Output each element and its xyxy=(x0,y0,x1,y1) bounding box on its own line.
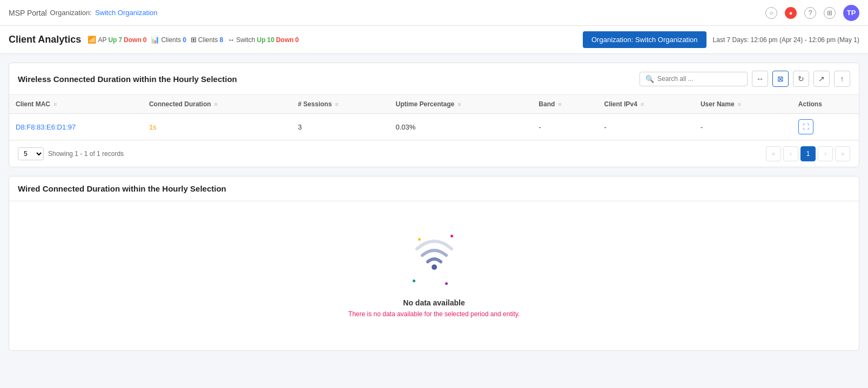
prev-page-button[interactable]: ‹ xyxy=(783,146,798,161)
switch-down-label: Down xyxy=(276,36,294,44)
switch-down-val: 0 xyxy=(295,36,299,44)
switch-org-link[interactable]: Switch Organization xyxy=(95,9,158,17)
notifications-icon[interactable]: ● xyxy=(785,7,797,19)
app-brand: MSP Portal xyxy=(9,9,47,17)
wifi-graphic xyxy=(402,234,467,288)
table-row: D8:F8:83:E6:D1:97 1s 3 0.03% - - - ⛶ xyxy=(9,114,859,140)
wireless-title: Wireless Connected Duration within the H… xyxy=(18,74,237,84)
settings-icon[interactable]: ⊞ xyxy=(824,7,836,19)
grid-icon: ⊞ xyxy=(191,36,197,44)
pagination-left: 5 10 25 50 Showing 1 - 1 of 1 records xyxy=(18,147,124,160)
date-range: Last 7 Days: 12:06 pm (Apr 24) - 12:06 p… xyxy=(713,36,859,44)
cell-band: - xyxy=(532,114,597,140)
main-content: Wireless Connected Duration within the H… xyxy=(0,54,868,368)
ap-down-val: 0 xyxy=(143,36,147,44)
wireless-table-head: Client MAC ≡ Connected Duration ≡ xyxy=(9,95,859,114)
ap-badge: 📶 AP Up 7 Down 0 xyxy=(88,36,146,44)
showing-text: Showing 1 - 1 of 1 records xyxy=(48,150,124,158)
page-size-select[interactable]: 5 10 25 50 xyxy=(18,147,44,160)
bar-icon: 📊 xyxy=(151,36,159,44)
decorative-dots xyxy=(402,234,467,288)
wireless-table-body: D8:F8:83:E6:D1:97 1s 3 0.03% - - - ⛶ xyxy=(9,114,859,140)
external-link-button[interactable]: ↗ xyxy=(813,71,830,87)
avatar[interactable]: TP xyxy=(843,5,859,21)
wired-title: Wired Connected Duration within the Hour… xyxy=(18,184,226,193)
switch-badge: ↔ Switch Up 10 Down 0 xyxy=(227,36,299,44)
cell-ipv4: - xyxy=(598,114,694,140)
sub-header-left: Client Analytics 📶 AP Up 7 Down 0 📊 Clie… xyxy=(9,34,299,45)
col-sessions: # Sessions ≡ xyxy=(292,95,389,114)
clients-val-1: 0 xyxy=(183,36,186,44)
dot-pink xyxy=(450,235,453,237)
no-data-subtitle: There is no data available for the selec… xyxy=(348,310,520,318)
no-data-title: No data available xyxy=(403,298,465,307)
clients-badge-1: 📊 Clients 0 xyxy=(151,36,186,44)
wireless-section-header: Wireless Connected Duration within the H… xyxy=(9,63,859,95)
top-nav: MSP Portal Organization: Switch Organiza… xyxy=(0,0,868,26)
switch-icon: ↔ xyxy=(227,36,234,44)
org-label: Organization: xyxy=(50,9,92,17)
col-uptime: Uptime Percentage ≡ xyxy=(389,95,532,114)
help-icon[interactable]: ? xyxy=(804,7,816,19)
expand-row-button[interactable]: ⛶ xyxy=(798,119,813,134)
nav-icons-area: ○ ● ? ⊞ TP xyxy=(765,5,859,21)
col-connected-duration: Connected Duration ≡ xyxy=(143,95,292,114)
org-switch-button[interactable]: Organization: Switch Organization xyxy=(583,31,706,48)
dot-yellow xyxy=(418,238,421,241)
sort-uptime[interactable]: ≡ xyxy=(457,101,461,107)
sub-header-right: Organization: Switch Organization Last 7… xyxy=(583,31,859,48)
wifi-icon: 📶 xyxy=(88,36,96,44)
sort-sessions[interactable]: ≡ xyxy=(335,101,338,107)
clients-label-1: Clients xyxy=(161,36,181,44)
upload-button[interactable]: ↑ xyxy=(834,71,850,87)
switch-up-label: Up xyxy=(257,36,266,44)
sort-client-mac[interactable]: ≡ xyxy=(53,101,57,107)
sort-connected-duration[interactable]: ≡ xyxy=(214,101,218,107)
dot-purple xyxy=(445,282,448,285)
col-actions: Actions xyxy=(792,95,859,114)
cell-connected-duration: 1s xyxy=(143,114,292,140)
dot-teal xyxy=(413,280,415,282)
page-title: Client Analytics xyxy=(9,34,81,45)
cell-actions: ⛶ xyxy=(792,114,859,140)
sort-band[interactable]: ≡ xyxy=(558,101,561,107)
sort-username[interactable]: ≡ xyxy=(738,101,741,107)
ap-down-label: Down xyxy=(124,36,142,44)
mac-link[interactable]: D8:F8:83:E6:D1:97 xyxy=(16,123,76,131)
pagination-row: 5 10 25 50 Showing 1 - 1 of 1 records « … xyxy=(9,140,859,167)
next-page-button[interactable]: › xyxy=(818,146,833,161)
cell-uptime: 0.03% xyxy=(389,114,532,140)
svg-point-0 xyxy=(432,264,437,270)
wireless-table-wrap: Client MAC ≡ Connected Duration ≡ xyxy=(9,95,859,140)
pagination-right: « ‹ 1 › » xyxy=(766,146,850,161)
clients-val-2: 8 xyxy=(220,36,224,44)
cell-client-mac: D8:F8:83:E6:D1:97 xyxy=(9,114,143,140)
first-page-button[interactable]: « xyxy=(766,146,781,161)
page-1-button[interactable]: 1 xyxy=(800,146,816,161)
ap-up-val: 7 xyxy=(118,36,122,44)
expand-cols-button[interactable]: ↔ xyxy=(752,71,768,87)
search-icon: 🔍 xyxy=(645,75,654,83)
cell-sessions: 3 xyxy=(292,114,389,140)
col-band: Band ≡ xyxy=(532,95,597,114)
last-page-button[interactable]: » xyxy=(835,146,850,161)
col-username: User Name ≡ xyxy=(694,95,792,114)
wired-section-header: Wired Connected Duration within the Hour… xyxy=(9,176,859,201)
cell-username: - xyxy=(694,114,792,140)
wireless-table: Client MAC ≡ Connected Duration ≡ xyxy=(9,95,859,140)
col-ipv4: Client IPv4 ≡ xyxy=(598,95,694,114)
ap-label: AP xyxy=(98,36,106,44)
table-view-button[interactable]: ⊠ xyxy=(772,71,789,87)
switch-up-val: 10 xyxy=(267,36,274,44)
wired-section: Wired Connected Duration within the Hour… xyxy=(9,176,859,351)
search-input[interactable] xyxy=(657,75,742,83)
status-badges: 📶 AP Up 7 Down 0 📊 Clients 0 ⊞ Clients 8 xyxy=(88,36,299,44)
wireless-tools: 🔍 ↔ ⊠ ↻ ↗ ↑ xyxy=(640,71,850,87)
refresh-button[interactable]: ↻ xyxy=(793,71,809,87)
search-nav-icon[interactable]: ○ xyxy=(765,7,777,19)
wireless-section: Wireless Connected Duration within the H… xyxy=(9,63,859,167)
col-client-mac: Client MAC ≡ xyxy=(9,95,143,114)
sub-header: Client Analytics 📶 AP Up 7 Down 0 📊 Clie… xyxy=(0,26,868,54)
sort-ipv4[interactable]: ≡ xyxy=(641,101,644,107)
search-box[interactable]: 🔍 xyxy=(640,72,748,86)
